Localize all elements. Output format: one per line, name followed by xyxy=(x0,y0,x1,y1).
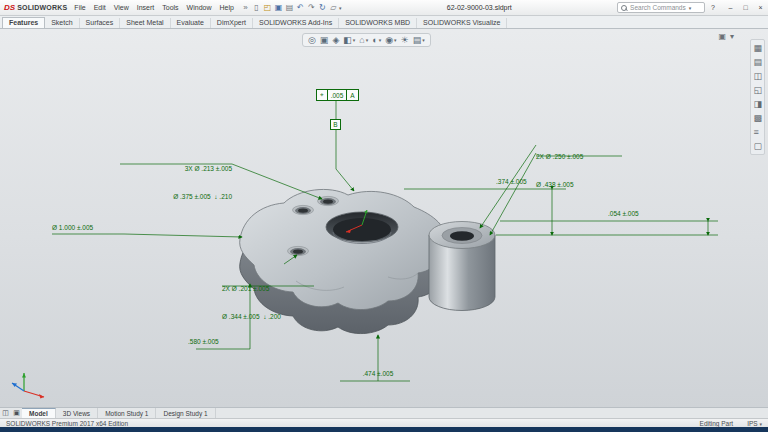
pane-caret-icon[interactable]: ▾ xyxy=(730,32,734,41)
open-document-icon[interactable]: ◰ xyxy=(262,3,273,12)
3d-part-canvas[interactable] xyxy=(0,29,768,407)
search-input[interactable]: Search Commands xyxy=(630,4,686,11)
dim-054[interactable]: .054 ±.005 xyxy=(608,209,639,218)
previous-view-icon[interactable]: ◈ xyxy=(332,35,339,45)
zoom-to-area-icon[interactable]: ▣ xyxy=(320,35,329,45)
menu-item-insert[interactable]: Insert xyxy=(137,4,155,11)
right-toolbar-icon-1[interactable]: ▦ xyxy=(753,43,762,53)
split-pane-icon[interactable]: ◫ xyxy=(0,409,11,417)
graphics-area[interactable]: ◎ ▣ ◈ ◧▾ ⌂▾ ◐▾ ◉▾ ☀ ▤▾ ▣ ▾ ▦ ▤ ◫ ◱ ◨ ▩ ≡… xyxy=(0,29,768,407)
counterbore-hole-3[interactable] xyxy=(288,246,309,255)
file-properties-icon[interactable]: ▱ xyxy=(328,3,339,12)
tab-surfaces[interactable]: Surfaces xyxy=(80,18,121,28)
status-edition: SOLIDWORKS Premium 2017 x64 Edition xyxy=(6,420,128,427)
view-orientation-icon[interactable]: ⌂▾ xyxy=(359,35,368,45)
close-button[interactable]: × xyxy=(753,4,768,11)
redo-icon[interactable]: ↷ xyxy=(306,3,317,12)
right-toolbar-icon-2[interactable]: ▤ xyxy=(753,57,762,67)
titlebar: DS SOLIDWORKS File Edit View Insert Tool… xyxy=(0,0,768,16)
heads-up-view-toolbar: ◎ ▣ ◈ ◧▾ ⌂▾ ◐▾ ◉▾ ☀ ▤▾ xyxy=(302,33,431,47)
tab-motion-study-1[interactable]: Motion Study 1 xyxy=(98,408,156,418)
solidworks-window: DS SOLIDWORKS File Edit View Insert Tool… xyxy=(0,0,768,432)
window-controls: – □ × xyxy=(723,4,768,11)
dim-diameter-left[interactable]: Ø 1.000 ±.005 xyxy=(52,223,93,232)
pane-icon[interactable]: ▣ xyxy=(718,32,726,41)
solidworks-logo-text: SOLIDWORKS xyxy=(17,4,67,11)
right-toolbar-icon-8[interactable]: ▢ xyxy=(753,141,762,151)
zoom-fit-icon[interactable]: ◎ xyxy=(308,35,316,45)
rebuild-icon[interactable]: ↻ xyxy=(317,3,328,12)
dim-374[interactable]: .374 ±.005 xyxy=(496,177,527,186)
command-manager-tabs: Features Sketch Surfaces Sheet Metal Eva… xyxy=(0,16,768,29)
taskbar-strip xyxy=(0,427,768,432)
hide-show-items-icon[interactable]: ◉▾ xyxy=(385,35,396,45)
status-bar: SOLIDWORKS Premium 2017 x64 Edition Edit… xyxy=(0,418,768,427)
right-toolbar-icon-3[interactable]: ◫ xyxy=(753,71,762,81)
gtol-value: .005 xyxy=(328,90,348,100)
help-button[interactable]: ? xyxy=(711,4,715,11)
datum-feature-b[interactable]: B xyxy=(330,119,341,130)
viewport-corner-icons: ▣ ▾ xyxy=(718,32,734,41)
right-toolbar-icon-4[interactable]: ◱ xyxy=(753,85,762,95)
menu-bar: File Edit View Insert Tools Window Help xyxy=(74,4,234,11)
search-caret-icon[interactable]: ▾ xyxy=(689,5,692,11)
search-commands-box[interactable]: Search Commands ▾ xyxy=(617,2,705,13)
menu-item-tools[interactable]: Tools xyxy=(162,4,178,11)
units-selector[interactable]: IPS ▾ xyxy=(747,420,762,427)
tab-3d-views[interactable]: 3D Views xyxy=(56,408,98,418)
menu-item-file[interactable]: File xyxy=(74,4,85,11)
menu-item-window[interactable]: Window xyxy=(187,4,212,11)
note-upper-right[interactable]: 2X Ø .250 ±.005 Ø .438 ±.005 xyxy=(536,133,583,208)
dim-474[interactable]: .474 ±.005 xyxy=(346,369,410,378)
display-style-icon[interactable]: ◐▾ xyxy=(372,35,381,45)
tab-solidworks-visualize[interactable]: SOLIDWORKS Visualize xyxy=(417,18,507,28)
view-orientation-triad xyxy=(12,373,44,399)
tab-solidworks-mbd[interactable]: SOLIDWORKS MBD xyxy=(339,18,417,28)
section-view-icon[interactable]: ◧▾ xyxy=(343,35,355,45)
edit-appearance-icon[interactable]: ☀ xyxy=(401,35,409,45)
save-icon[interactable]: ▣ xyxy=(273,3,284,12)
units-caret-icon: ▾ xyxy=(759,421,762,427)
tab-evaluate[interactable]: Evaluate xyxy=(171,18,211,28)
menu-item-help[interactable]: Help xyxy=(220,4,234,11)
undo-icon[interactable]: ↶ xyxy=(295,3,306,12)
tab-sketch[interactable]: Sketch xyxy=(45,18,79,28)
minimize-button[interactable]: – xyxy=(723,4,738,11)
right-toolbar-icon-6[interactable]: ▩ xyxy=(753,113,762,123)
menu-item-view[interactable]: View xyxy=(114,4,129,11)
apply-scene-icon[interactable]: ▤▾ xyxy=(413,35,425,45)
maximize-button[interactable]: □ xyxy=(738,4,753,11)
note-lower-left[interactable]: 2X Ø .201 ±.005 Ø .344 ±.005 ↓ .200 xyxy=(222,265,281,340)
tab-model[interactable]: Model xyxy=(22,408,56,418)
gtol-datum-ref: A xyxy=(347,90,357,100)
new-document-icon[interactable]: ▯ xyxy=(251,3,262,12)
status-editing-mode: Editing Part xyxy=(700,420,734,427)
geometric-tolerance-frame[interactable]: ⌖ .005 A xyxy=(316,89,359,101)
gtol-symbol: ⌖ xyxy=(317,90,328,100)
right-toolbar: ▦ ▤ ◫ ◱ ◨ ▩ ≡ ▢ xyxy=(750,39,765,155)
note-upper-left[interactable]: 3X Ø .213 ±.005 Ø .375 ±.005 ↓ .210 xyxy=(118,145,232,220)
print-icon[interactable]: ▤ xyxy=(284,3,295,12)
right-toolbar-icon-5[interactable]: ◨ xyxy=(753,99,762,109)
right-toolbar-icon-7[interactable]: ≡ xyxy=(753,127,762,137)
pane-layout-icon[interactable]: ▣ xyxy=(11,409,22,417)
tab-dimxpert[interactable]: DimXpert xyxy=(211,18,253,28)
counterbore-hole-2[interactable] xyxy=(318,196,339,205)
tab-features[interactable]: Features xyxy=(2,17,45,28)
tab-sheet-metal[interactable]: Sheet Metal xyxy=(120,18,170,28)
document-title: 62-02-9000-03.sldprt xyxy=(341,4,617,11)
menu-item-edit[interactable]: Edit xyxy=(94,4,106,11)
configuration-tab-bar: ◫ ▣ Model 3D Views Motion Study 1 Design… xyxy=(0,407,768,418)
search-icon xyxy=(621,5,627,11)
counterbore-hole-1[interactable] xyxy=(293,205,314,214)
boss-cylinder[interactable] xyxy=(429,222,495,311)
dim-580[interactable]: .580 ±.005 xyxy=(188,337,219,346)
solidworks-logo-icon: DS xyxy=(4,3,15,12)
tab-design-study-1[interactable]: Design Study 1 xyxy=(156,408,215,418)
menu-overflow-icon[interactable]: » xyxy=(240,3,251,12)
tab-solidworks-add-ins[interactable]: SOLIDWORKS Add-Ins xyxy=(253,18,339,28)
